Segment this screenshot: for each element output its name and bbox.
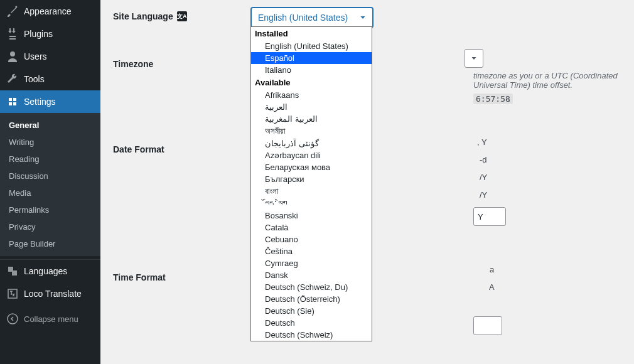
translate-icon: 文A [177,11,187,21]
loco-icon [6,287,19,300]
admin-sidebar: Appearance Plugins Users Tools Settings … [0,0,100,364]
date-fmt-frag: /Y [480,190,487,200]
language-option[interactable]: Беларуская мова [251,161,372,173]
label-date-format: Date Format [113,141,251,154]
utc-time-fragment: 6:57:58 [473,94,513,104]
menu-label: Users [24,51,47,62]
language-option[interactable]: Deutsch (Schweiz) [251,329,372,341]
collapse-icon [6,313,19,325]
time-fmt-frag: a [490,265,494,274]
date-fmt-frag: /Y [480,173,487,182]
sidebar-item-appearance[interactable]: Appearance [0,0,100,23]
menu-label: Languages [24,266,67,276]
menu-label: Appearance [24,6,72,16]
submenu-item-media[interactable]: Media [0,185,100,201]
label-site-language: Site Language 文A [113,8,251,21]
date-custom-input[interactable]: Y [473,207,506,226]
sidebar-item-plugins[interactable]: Plugins [0,23,100,45]
period: . [508,94,510,104]
plugins-icon [6,28,19,40]
time-fmt-frag: A [489,282,495,292]
language-option[interactable]: Cebuano [251,233,372,245]
language-option[interactable]: Cymraeg [251,257,372,269]
language-option[interactable]: বাংলা [251,185,372,198]
timezone-hint: timezone as you or a UTC (Coordinated Un… [473,71,634,90]
date-fmt-frag: , Y [477,137,487,147]
language-option[interactable]: Български [251,173,372,185]
language-option[interactable]: Afrikaans [251,89,372,101]
label-timezone: Timezone [113,55,251,69]
language-option[interactable]: Deutsch (Sie) [251,305,372,317]
settings-submenu: General Writing Reading Discussion Media… [0,113,100,256]
site-language-select[interactable]: English (United States) [251,8,373,28]
sidebar-item-tools[interactable]: Tools [0,68,100,90]
language-option[interactable]: Azərbaycan dili [251,149,372,161]
collapse-menu[interactable]: Collapse menu [0,308,100,330]
language-option[interactable]: گؤنئی آذربایجان [251,137,372,149]
svg-point-0 [8,314,18,324]
label-time-format: Time Format [113,269,251,282]
language-option[interactable]: Dansk [251,269,372,281]
menu-label: Settings [24,97,56,107]
sidebar-item-settings[interactable]: Settings [0,90,100,113]
language-option[interactable]: Deutsch [251,317,372,329]
language-option[interactable]: Català [251,222,372,233]
users-icon [6,50,19,63]
appearance-icon [6,5,19,18]
submenu-item-general[interactable]: General [0,117,100,134]
language-option[interactable]: Español [251,52,372,64]
tools-icon [6,73,19,85]
submenu-item-privacy[interactable]: Privacy [0,218,100,235]
language-option[interactable]: Bosanski [251,210,372,222]
language-option[interactable]: العربية [251,101,372,113]
submenu-item-reading[interactable]: Reading [0,151,100,168]
row-site-language: Site Language 文A English (United States)… [100,0,634,34]
submenu-item-discussion[interactable]: Discussion [0,168,100,185]
time-custom-input[interactable] [473,316,502,335]
optgroup-installed: Installed [251,27,372,40]
language-dropdown[interactable]: InstalledEnglish (United States)EspañolI… [250,26,372,341]
language-option[interactable]: བོད་ཡིག [251,198,372,210]
language-option[interactable]: English (United States) [251,40,372,52]
optgroup-available: Available [251,76,372,89]
submenu-item-permalinks[interactable]: Permalinks [0,201,100,218]
submenu-item-page-builder[interactable]: Page Builder [0,235,100,252]
chevron-down-icon [358,13,367,22]
language-option[interactable]: অসমীয়া [251,125,372,137]
languages-icon [6,265,19,277]
language-option[interactable]: Čeština [251,245,372,257]
menu-label: Plugins [24,29,53,39]
selected-language: English (United States) [258,13,348,23]
language-option[interactable]: Deutsch (Schweiz, Du) [251,281,372,293]
language-option[interactable]: Deutsch (Österreich) [251,293,372,305]
collapse-label: Collapse menu [24,314,78,324]
settings-icon [6,95,19,108]
sidebar-item-loco-translate[interactable]: Loco Translate [0,282,100,305]
sidebar-item-languages[interactable]: Languages [0,260,100,282]
language-option[interactable]: Italiano [251,64,372,76]
menu-label: Tools [24,74,45,84]
language-option[interactable]: العربية المغربية [251,113,372,125]
date-fmt-frag: -d [480,155,487,164]
settings-content: Site Language 文A English (United States)… [100,0,634,364]
sidebar-item-users[interactable]: Users [0,45,100,68]
submenu-item-writing[interactable]: Writing [0,134,100,151]
menu-label: Loco Translate [24,289,82,299]
timezone-select-chevron[interactable] [465,49,483,68]
